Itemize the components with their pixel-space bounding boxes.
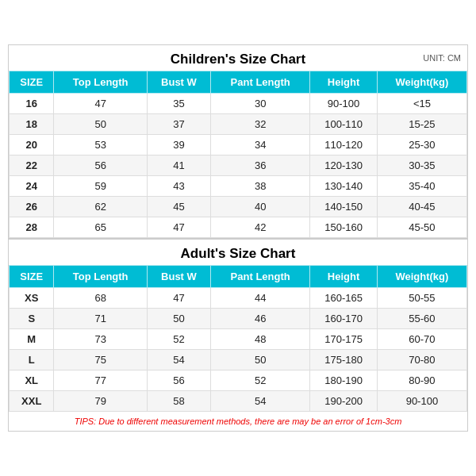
- table-cell: 65: [54, 217, 147, 238]
- table-row: 24594338130-14035-40: [10, 176, 467, 197]
- children-thead: SIZE Top Length Bust W Pant Length Heigh…: [10, 71, 467, 94]
- table-cell: 37: [147, 114, 210, 135]
- adult-title: Adult's Size Chart: [181, 246, 296, 261]
- table-cell: 18: [10, 114, 54, 135]
- table-row: XS684744160-16550-55: [10, 288, 467, 309]
- table-cell: 28: [10, 217, 54, 238]
- table-row: 18503732100-11015-25: [10, 114, 467, 135]
- table-cell: 160-165: [310, 288, 378, 309]
- table-cell: 50-55: [377, 288, 466, 309]
- table-cell: 52: [211, 370, 310, 391]
- children-title: Children's Size Chart: [171, 52, 305, 67]
- table-row: 1647353090-100<15: [10, 94, 467, 114]
- table-cell: M: [10, 329, 54, 350]
- table-cell: 46: [211, 309, 310, 329]
- table-cell: 35-40: [377, 176, 466, 197]
- table-cell: 71: [54, 309, 147, 329]
- chart-container: Children's Size Chart UNIT: CM SIZE Top …: [8, 44, 468, 432]
- col-bust-w: Bust W: [147, 266, 210, 288]
- table-cell: 56: [54, 155, 147, 176]
- table-cell: 180-190: [310, 370, 378, 391]
- table-cell: 34: [211, 135, 310, 155]
- table-cell: 90-100: [377, 391, 466, 412]
- table-row: 22564136120-13030-35: [10, 155, 467, 176]
- table-cell: 75: [54, 350, 147, 370]
- table-cell: 70-80: [377, 350, 466, 370]
- table-cell: 79: [54, 391, 147, 412]
- adult-header-row: SIZE Top Length Bust W Pant Length Heigh…: [10, 266, 467, 288]
- table-cell: S: [10, 309, 54, 329]
- table-cell: 140-150: [310, 197, 378, 217]
- table-cell: 48: [211, 329, 310, 350]
- col-top-length: Top Length: [54, 71, 147, 94]
- table-cell: 45-50: [377, 217, 466, 238]
- table-cell: 59: [54, 176, 147, 197]
- table-cell: 52: [147, 329, 210, 350]
- children-header-row: SIZE Top Length Bust W Pant Length Heigh…: [10, 71, 467, 94]
- table-cell: 120-130: [310, 155, 378, 176]
- table-cell: 41: [147, 155, 210, 176]
- table-cell: 60-70: [377, 329, 466, 350]
- table-cell: 175-180: [310, 350, 378, 370]
- table-cell: 45: [147, 197, 210, 217]
- col-weight: Weight(kg): [377, 266, 466, 288]
- table-cell: 110-120: [310, 135, 378, 155]
- table-cell: 73: [54, 329, 147, 350]
- adult-section-header: Adult's Size Chart: [9, 238, 467, 265]
- table-cell: 35: [147, 94, 210, 114]
- col-height: Height: [310, 266, 378, 288]
- table-row: M735248170-17560-70: [10, 329, 467, 350]
- table-cell: 47: [54, 94, 147, 114]
- children-tbody: 1647353090-100<1518503732100-11015-25205…: [10, 94, 467, 238]
- adult-table: SIZE Top Length Bust W Pant Length Heigh…: [9, 265, 467, 412]
- col-pant-length: Pant Length: [211, 266, 310, 288]
- table-cell: 150-160: [310, 217, 378, 238]
- children-table: SIZE Top Length Bust W Pant Length Heigh…: [9, 71, 467, 238]
- table-cell: 24: [10, 176, 54, 197]
- col-size: SIZE: [10, 266, 54, 288]
- table-row: 28654742150-16045-50: [10, 217, 467, 238]
- table-cell: 77: [54, 370, 147, 391]
- table-cell: 190-200: [310, 391, 378, 412]
- tips-text: TIPS: Due to different measurement metho…: [9, 412, 467, 431]
- table-cell: XL: [10, 370, 54, 391]
- adult-thead: SIZE Top Length Bust W Pant Length Heigh…: [10, 266, 467, 288]
- table-cell: 43: [147, 176, 210, 197]
- table-cell: 40-45: [377, 197, 466, 217]
- col-size: SIZE: [10, 71, 54, 94]
- table-cell: 80-90: [377, 370, 466, 391]
- table-cell: 62: [54, 197, 147, 217]
- table-cell: 25-30: [377, 135, 466, 155]
- col-bust-w: Bust W: [147, 71, 210, 94]
- table-cell: 39: [147, 135, 210, 155]
- table-cell: 56: [147, 370, 210, 391]
- table-cell: L: [10, 350, 54, 370]
- table-cell: <15: [377, 94, 466, 114]
- table-cell: 16: [10, 94, 54, 114]
- table-cell: 68: [54, 288, 147, 309]
- col-top-length: Top Length: [54, 266, 147, 288]
- col-pant-length: Pant Length: [211, 71, 310, 94]
- table-cell: 30: [211, 94, 310, 114]
- table-row: 20533934110-12025-30: [10, 135, 467, 155]
- unit-label: UNIT: CM: [423, 53, 461, 63]
- table-cell: 90-100: [310, 94, 378, 114]
- table-row: L755450175-18070-80: [10, 350, 467, 370]
- table-cell: 170-175: [310, 329, 378, 350]
- table-cell: 15-25: [377, 114, 466, 135]
- table-cell: 22: [10, 155, 54, 176]
- table-cell: 30-35: [377, 155, 466, 176]
- col-weight: Weight(kg): [377, 71, 466, 94]
- table-cell: 55-60: [377, 309, 466, 329]
- table-cell: 47: [147, 217, 210, 238]
- table-cell: 160-170: [310, 309, 378, 329]
- children-section-header: Children's Size Chart UNIT: CM: [9, 45, 467, 71]
- table-cell: 47: [147, 288, 210, 309]
- table-cell: 42: [211, 217, 310, 238]
- table-cell: 32: [211, 114, 310, 135]
- table-cell: 44: [211, 288, 310, 309]
- table-cell: 58: [147, 391, 210, 412]
- table-cell: 53: [54, 135, 147, 155]
- table-cell: 40: [211, 197, 310, 217]
- table-cell: XS: [10, 288, 54, 309]
